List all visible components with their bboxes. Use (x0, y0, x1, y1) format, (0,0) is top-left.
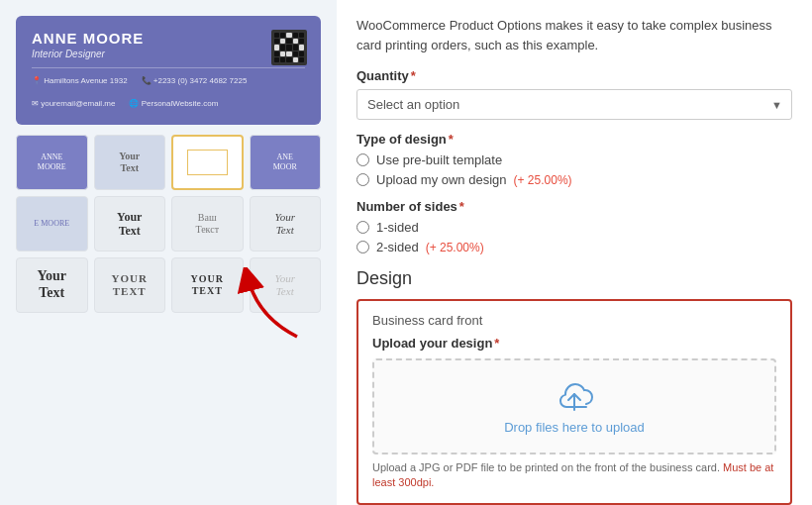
drop-text: Drop files here to upload (504, 420, 645, 435)
card-contact: 📍 Hamiltons Avenue 1932 📞 +2233 (0) 3472… (32, 76, 305, 108)
contact-email: ✉ youremail@email.me (32, 99, 115, 108)
radio-upload-own-input[interactable] (356, 173, 369, 186)
design-heading: Design (356, 268, 792, 289)
type-of-design-label: Type of design* (356, 132, 792, 147)
radio-prebuilt-input[interactable] (356, 153, 369, 166)
type-of-design-section: Type of design* Use pre-built template U… (356, 132, 792, 187)
number-of-sides-section: Number of sides* 1-sided 2-sided (+ 25.0… (356, 199, 792, 254)
card-divider (32, 67, 305, 68)
radio-2sided[interactable]: 2-sided (+ 25.00%) (356, 240, 792, 254)
template-item-1[interactable]: ANNEMOORE (16, 135, 88, 190)
radio-1sided-label: 1-sided (376, 220, 419, 235)
contact-phone: 📞 +2233 (0) 3472 4682 7225 (142, 76, 248, 85)
radio-1sided[interactable]: 1-sided (356, 220, 792, 235)
radio-upload-own[interactable]: Upload my own design (+ 25.00%) (356, 172, 792, 187)
card-preview: ANNE MOORE Interior Designer 📍 Hamiltons… (16, 16, 321, 125)
template-item-9[interactable]: YourText (16, 257, 88, 313)
radio-prebuilt-label: Use pre-built template (376, 152, 502, 167)
upload-label: Upload your design* (372, 336, 776, 351)
upload-note: Upload a JPG or PDF file to be printed o… (372, 460, 776, 491)
quantity-label: Quantity* (356, 68, 792, 83)
template-item-8[interactable]: YourText (250, 196, 322, 252)
upload-cloud-icon (555, 378, 594, 414)
radio-prebuilt[interactable]: Use pre-built template (356, 152, 792, 167)
quantity-select-wrapper: Select an option 50 100 250 500 ▼ (356, 89, 792, 120)
upload-own-price: (+ 25.00%) (514, 173, 572, 187)
template-grid: ANNEMOORE YourText ANEMOOR E MOORE YourT… (16, 135, 321, 313)
contact-address: 📍 Hamiltons Avenue 1932 (32, 76, 128, 85)
2sided-price: (+ 25.00%) (426, 241, 484, 254)
quantity-select[interactable]: Select an option 50 100 250 500 (356, 89, 792, 120)
template-item-4[interactable]: ANEMOOR (250, 135, 322, 190)
right-panel: WooCommerce Product Options makes it eas… (337, 0, 812, 505)
card-front-title: Business card front (372, 313, 776, 328)
template-item-5[interactable]: E MOORE (16, 196, 88, 252)
number-of-sides-label: Number of sides* (356, 199, 792, 214)
radio-2sided-input[interactable] (356, 241, 369, 253)
quantity-section: Quantity* Select an option 50 100 250 50… (356, 68, 792, 120)
radio-2sided-label: 2-sided (376, 240, 419, 254)
radio-upload-own-label: Upload my own design (376, 172, 507, 187)
drop-zone[interactable]: Drop files here to upload (372, 358, 776, 454)
qr-code (271, 30, 307, 65)
template-item-10[interactable]: YOURTEXT (94, 257, 166, 313)
template-item-2[interactable]: YourText (94, 135, 166, 190)
card-front-box: Business card front Upload your design* … (356, 299, 792, 505)
template-item-12[interactable]: YourText (250, 257, 322, 313)
template-item-3[interactable] (171, 135, 244, 190)
number-of-sides-options: 1-sided 2-sided (+ 25.00%) (356, 220, 792, 254)
template-item-7[interactable]: ВашТекст (171, 196, 244, 252)
left-panel: ANNE MOORE Interior Designer 📍 Hamiltons… (0, 0, 337, 505)
card-title: Interior Designer (32, 49, 305, 59)
template-item-11[interactable]: YOURTEXT (171, 257, 244, 313)
template-item-6[interactable]: YourText (94, 196, 166, 252)
type-of-design-options: Use pre-built template Upload my own des… (356, 152, 792, 187)
intro-text: WooCommerce Product Options makes it eas… (356, 16, 792, 54)
radio-1sided-input[interactable] (356, 221, 369, 234)
card-name: ANNE MOORE (32, 30, 305, 47)
contact-website: 🌐 PersonalWebsite.com (129, 99, 218, 108)
